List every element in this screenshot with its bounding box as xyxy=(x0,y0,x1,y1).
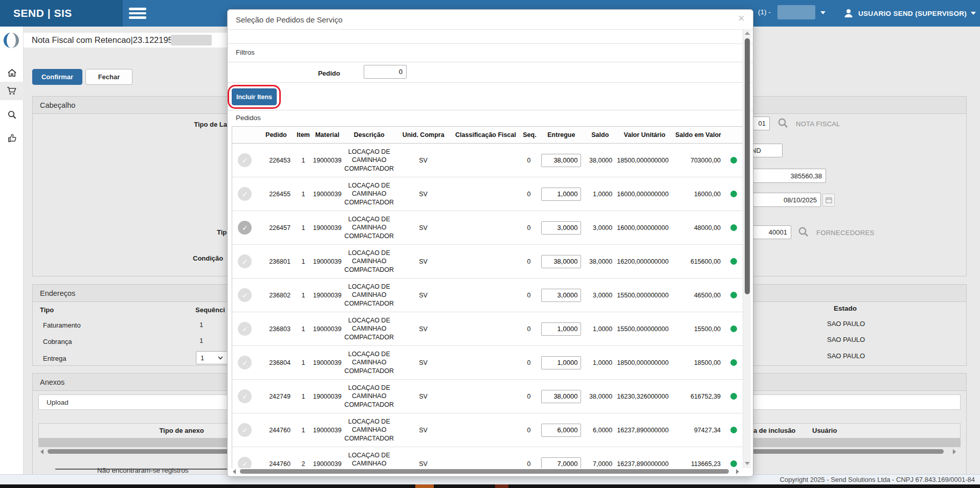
entrega-sequencia-select[interactable]: 1 xyxy=(196,351,228,364)
cell-pedido: 236802 xyxy=(258,278,295,312)
tipo-label-clipped: Tip xyxy=(217,228,227,236)
bottom-strip-segment xyxy=(415,484,434,488)
row-check-toggle[interactable]: ✓ xyxy=(238,389,252,403)
cell-classif xyxy=(451,447,521,468)
pedido-filter-input[interactable] xyxy=(364,65,407,79)
cell-material: 19000039 xyxy=(312,346,343,379)
cell-unid: SV xyxy=(396,278,451,312)
cell-valor-unitario: 18500,000000000 xyxy=(616,144,673,177)
fechar-button[interactable]: Fechar xyxy=(85,69,132,85)
row-check-toggle[interactable]: ✓ xyxy=(238,322,252,336)
cell-saldo: 1,0000 xyxy=(584,312,616,345)
cell-valor-unitario: 15500,000000000 xyxy=(616,312,673,345)
row-check-toggle[interactable]: ✓ xyxy=(238,254,252,268)
pedido-row: ✓ 226453 1 19000039 LOCAÇAO DE CAMINHAO … xyxy=(232,144,743,177)
scroll-left-icon[interactable] xyxy=(233,469,236,474)
pedido-row: ✓ 244760 2 19000039 LOCAÇAO DE CAMINHAO … xyxy=(232,447,743,468)
estado-value: SAO PAULO xyxy=(827,320,865,328)
total-value-input[interactable]: 385560,38 xyxy=(744,169,826,183)
entregue-input[interactable] xyxy=(541,356,581,369)
cell-saldo: 3,0000 xyxy=(584,278,616,312)
hamburger-menu-icon[interactable] xyxy=(129,8,146,19)
cell-pedido: 236803 xyxy=(258,312,295,345)
row-check-toggle[interactable]: ✓ xyxy=(238,153,252,167)
modal-vertical-scrollbar[interactable] xyxy=(743,29,751,468)
entregue-input[interactable] xyxy=(541,154,581,167)
cell-seq: 0 xyxy=(520,245,539,278)
entregue-input[interactable] xyxy=(541,255,581,268)
header-saldo-em-valor: Saldo em Valor xyxy=(673,127,724,143)
row-check-toggle[interactable]: ✓ xyxy=(238,356,252,369)
confirmar-button[interactable]: Confirmar xyxy=(32,69,82,85)
row-check-toggle[interactable]: ✓ xyxy=(238,288,252,302)
cell-valor-unitario: 16237,890000000 xyxy=(616,413,673,447)
status-dot xyxy=(730,258,737,265)
app-logo xyxy=(3,32,20,51)
scroll-left-icon[interactable] xyxy=(40,449,43,454)
header-material: Material xyxy=(312,127,343,143)
cell-item: 2 xyxy=(295,447,312,468)
entregue-input[interactable] xyxy=(541,322,581,336)
cell-seq: 0 xyxy=(520,413,539,447)
pedido-row: ✓ 236804 1 19000039 LOCAÇAO DE CAMINHAO … xyxy=(232,346,743,380)
entregue-input[interactable] xyxy=(541,390,581,403)
entregue-input[interactable] xyxy=(541,424,581,437)
cell-pedido: 226455 xyxy=(258,177,295,211)
scrollbar-thumb[interactable] xyxy=(745,38,750,294)
cell-item: 1 xyxy=(295,346,312,379)
sidebar-item-like[interactable] xyxy=(0,129,24,147)
scroll-up-icon[interactable] xyxy=(745,32,750,35)
incluir-itens-button[interactable]: Incluir Itens xyxy=(232,88,277,105)
modal-close-icon[interactable]: × xyxy=(738,13,745,24)
user-icon xyxy=(843,8,854,19)
scroll-right-icon[interactable] xyxy=(736,469,739,474)
row-check-toggle[interactable]: ✓ xyxy=(238,457,252,468)
cell-unid: SV xyxy=(396,211,451,244)
context-dropdown[interactable] xyxy=(777,5,815,19)
sidebar-item-cart[interactable] xyxy=(0,82,24,100)
user-menu[interactable]: USUARIO SEND (SUPERVISOR) xyxy=(843,5,976,21)
cell-unid: SV xyxy=(396,245,451,278)
sidebar-item-search[interactable] xyxy=(0,105,24,124)
fornecedores-label: FORNECEDORES xyxy=(816,229,874,237)
pedidos-section-label: Pedidos xyxy=(236,114,261,122)
search-icon xyxy=(7,110,17,120)
cell-item: 1 xyxy=(295,278,312,312)
fornecedor-search-icon[interactable] xyxy=(798,226,809,240)
header-entregue: Entregue xyxy=(539,127,584,143)
cell-pedido: 236801 xyxy=(258,245,295,278)
calendar-button[interactable] xyxy=(822,194,835,206)
divider xyxy=(228,82,753,83)
cell-material: 19000039 xyxy=(312,278,343,312)
cell-descricao: LOCAÇAO DE CAMINHAO COMPACTADOR xyxy=(343,312,396,345)
chevron-down-icon xyxy=(218,356,223,360)
date-input[interactable]: 08/10/2025 xyxy=(744,193,821,207)
endereco-row-seq: 1 xyxy=(199,321,203,329)
scrollbar-thumb[interactable] xyxy=(240,469,729,474)
row-check-toggle[interactable]: ✓ xyxy=(238,423,252,437)
sidebar-item-home[interactable] xyxy=(0,63,24,82)
scroll-down-icon[interactable] xyxy=(745,462,750,465)
entregue-input[interactable] xyxy=(541,188,581,201)
entregue-input[interactable] xyxy=(541,457,581,469)
home-icon xyxy=(7,68,17,78)
context-prefix-label: (1) - xyxy=(758,8,771,16)
cell-seq: 0 xyxy=(520,211,539,244)
cell-descricao: LOCAÇAO DE CAMINHAO COMPACTADOR xyxy=(343,177,396,211)
cell-unid: SV xyxy=(396,144,451,177)
entregue-input[interactable] xyxy=(541,289,581,302)
selecao-pedidos-modal: Seleção de Pedidos de Serviço × Filtros … xyxy=(227,9,753,477)
cell-seq: 0 xyxy=(520,380,539,413)
row-check-toggle[interactable]: ✓ xyxy=(238,221,252,235)
cell-material: 19000039 xyxy=(312,447,343,468)
nota-fiscal-search-icon[interactable] xyxy=(777,118,789,131)
cell-saldo: 7,0000 xyxy=(584,447,616,468)
cell-saldo: 1,0000 xyxy=(584,346,616,379)
cell-item: 1 xyxy=(295,144,312,177)
pedidos-table: Pedido Item Material Descrição Unid. Com… xyxy=(232,126,744,468)
row-check-toggle[interactable]: ✓ xyxy=(238,187,252,201)
modal-horizontal-scrollbar[interactable] xyxy=(232,468,743,475)
tipo-de-lancamento-label: Tipo de La xyxy=(185,121,227,128)
scroll-right-icon[interactable] xyxy=(953,449,956,454)
entregue-input[interactable] xyxy=(541,221,581,235)
